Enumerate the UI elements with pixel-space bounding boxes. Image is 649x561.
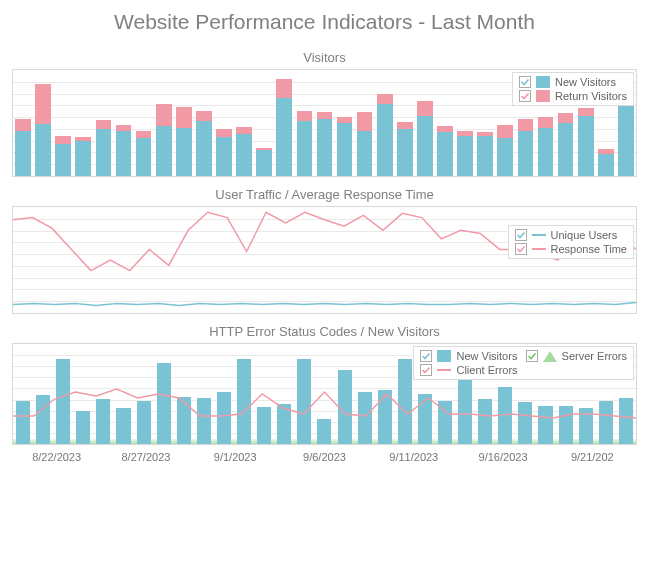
bar-col	[254, 148, 274, 176]
bar-col	[475, 132, 495, 176]
bar-col	[294, 111, 314, 176]
legend-item-uu[interactable]: Unique Users	[511, 228, 631, 242]
bar-col	[335, 117, 355, 176]
chart2-legend: Unique UsersResponse Time	[508, 225, 634, 259]
bar-col	[274, 79, 294, 176]
bar-col	[495, 125, 515, 176]
stacked-bar	[417, 101, 433, 176]
stacked-bar	[457, 131, 473, 176]
stacked-bar	[256, 148, 272, 176]
stacked-bar	[558, 113, 574, 176]
stacked-bar	[176, 107, 192, 176]
stacked-bar	[357, 112, 373, 176]
chart3-legend: New VisitorsClient ErrorsServer Errors	[413, 346, 634, 380]
bar-col	[33, 84, 53, 176]
legend-label: Return Visitors	[555, 90, 627, 102]
stacked-bar	[55, 136, 71, 176]
bar-col	[174, 107, 194, 176]
legend-checkbox[interactable]	[515, 229, 527, 241]
axis-label: 8/27/2023	[101, 451, 190, 463]
bar-col	[13, 119, 33, 176]
legend-item-se[interactable]: Server Errors	[522, 349, 631, 363]
bar-col	[355, 112, 375, 176]
bar-col	[53, 136, 73, 176]
legend-label: Server Errors	[562, 350, 627, 362]
legend-item-nv[interactable]: New Visitors	[416, 349, 521, 363]
bar-col	[113, 125, 133, 176]
stacked-bar	[598, 149, 614, 176]
bar-col	[535, 117, 555, 176]
stacked-bar	[156, 104, 172, 176]
legend-checkbox[interactable]	[519, 76, 531, 88]
stacked-bar	[297, 111, 313, 176]
legend-label: New Visitors	[456, 350, 517, 362]
stacked-bar	[538, 117, 554, 176]
axis-label: 9/1/2023	[191, 451, 280, 463]
stacked-bar	[317, 112, 333, 176]
legend-label: Response Time	[551, 243, 627, 255]
legend-item-ret[interactable]: Return Visitors	[515, 89, 631, 103]
bar-col	[214, 129, 234, 176]
stacked-bar	[75, 137, 91, 176]
chart1-legend: New VisitorsReturn Visitors	[512, 72, 634, 106]
bar-col	[576, 108, 596, 176]
legend-checkbox[interactable]	[526, 350, 538, 362]
bar-col	[515, 119, 535, 176]
legend-swatch	[536, 76, 550, 88]
stacked-bar	[578, 108, 594, 176]
stacked-bar	[96, 120, 112, 176]
stacked-bar	[136, 131, 152, 176]
stacked-bar	[196, 111, 212, 176]
axis-label: 8/22/2023	[12, 451, 101, 463]
legend-swatch	[536, 90, 550, 102]
stacked-bar	[236, 127, 252, 176]
legend-item-ce[interactable]: Client Errors	[416, 363, 521, 377]
stacked-bar	[477, 132, 493, 176]
stacked-bar	[216, 129, 232, 176]
bar-col	[415, 101, 435, 176]
stacked-bar	[116, 125, 132, 176]
bar-col	[596, 149, 616, 176]
chart-visitors: New VisitorsReturn Visitors	[12, 69, 637, 177]
legend-checkbox[interactable]	[519, 90, 531, 102]
line-unique-users	[13, 302, 636, 305]
legend-swatch	[532, 229, 546, 241]
legend-checkbox[interactable]	[420, 364, 432, 376]
bar-col	[93, 120, 113, 176]
chart2-lines	[13, 207, 636, 313]
stacked-bar	[337, 117, 353, 176]
page-title: Website Performance Indicators - Last Mo…	[0, 0, 649, 46]
bar-col	[375, 94, 395, 176]
bar-col	[234, 127, 254, 176]
chart-traffic: Unique UsersResponse Time	[12, 206, 637, 314]
axis-label: 9/21/202	[548, 451, 637, 463]
legend-item-rt[interactable]: Response Time	[511, 242, 631, 256]
chart3-title: HTTP Error Status Codes / New Visitors	[0, 320, 649, 343]
legend-checkbox[interactable]	[515, 243, 527, 255]
bar-col	[455, 131, 475, 176]
stacked-bar	[618, 104, 634, 176]
legend-item-new[interactable]: New Visitors	[515, 75, 631, 89]
stacked-bar	[377, 94, 393, 176]
x-axis-labels: 8/22/20238/27/20239/1/20239/6/20239/11/2…	[12, 451, 637, 463]
stacked-bar	[276, 79, 292, 176]
bar-col	[395, 122, 415, 176]
bar-col	[134, 131, 154, 176]
axis-label: 9/16/2023	[458, 451, 547, 463]
stacked-bar	[497, 125, 513, 176]
stacked-bar	[15, 119, 31, 176]
stacked-bar	[35, 84, 51, 176]
legend-swatch	[437, 364, 451, 376]
bar-col	[616, 104, 636, 176]
bar-col	[314, 112, 334, 176]
bar-col	[194, 111, 214, 176]
bar-col	[556, 113, 576, 176]
legend-label: Client Errors	[456, 364, 517, 376]
chart-errors: New VisitorsClient ErrorsServer Errors	[12, 343, 637, 445]
legend-swatch	[532, 243, 546, 255]
legend-label: New Visitors	[555, 76, 616, 88]
bar-col	[435, 126, 455, 176]
bar-col	[154, 104, 174, 176]
legend-checkbox[interactable]	[420, 350, 432, 362]
stacked-bar	[437, 126, 453, 176]
